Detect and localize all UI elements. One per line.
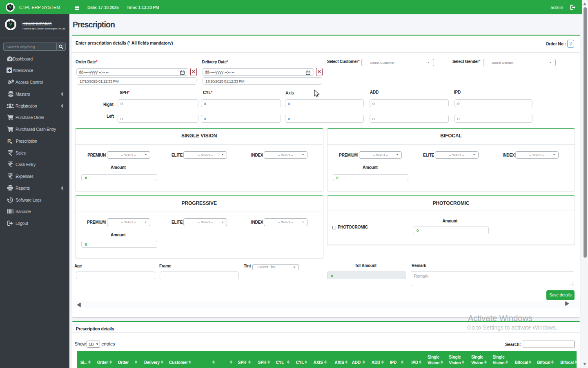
svg-text:x: x bbox=[11, 141, 13, 144]
